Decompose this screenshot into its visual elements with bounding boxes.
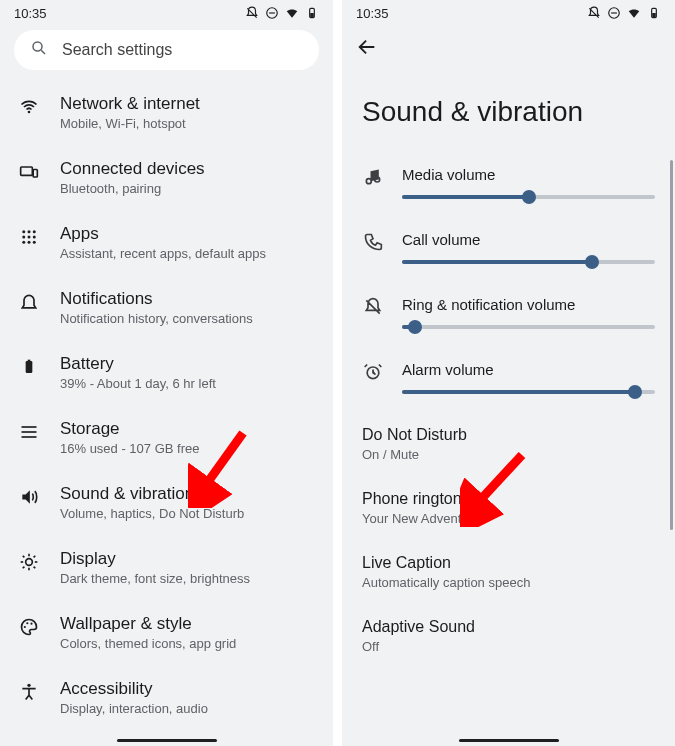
row-title: Wallpaper & style [60,614,236,634]
wifi-icon [627,6,641,20]
row-title: Battery [60,354,216,374]
status-bar: 10:35 [0,0,333,26]
slider-track[interactable] [402,260,655,264]
slider-thumb[interactable] [628,385,642,399]
slider-label: Media volume [402,166,655,183]
row-notifications[interactable]: NotificationsNotification history, conve… [0,275,333,340]
status-bar: 10:35 [342,0,675,26]
svg-line-31 [34,556,36,558]
row-title: Notifications [60,289,253,309]
svg-point-15 [22,241,25,244]
row-title: Live Caption [362,554,655,572]
svg-rect-19 [28,360,31,361]
row-title: Apps [60,224,266,244]
svg-point-33 [26,622,28,624]
svg-point-13 [28,236,31,239]
slider-track[interactable] [402,390,655,394]
row-adaptive-sound[interactable]: Adaptive SoundOff [342,608,675,672]
music-note-icon [362,167,384,187]
row-network[interactable]: Network & internetMobile, Wi-Fi, hotspot [0,80,333,145]
sound-icon [18,486,40,508]
row-sub: 39% - About 1 day, 6 hr left [60,376,216,391]
row-title: Sound & vibration [60,484,244,504]
dnd-off-icon [587,6,601,20]
scrollbar[interactable] [670,160,673,530]
svg-point-32 [24,626,26,628]
row-dnd[interactable]: Do Not DisturbOn / Mute [342,416,675,480]
row-storage[interactable]: Storage16% used - 107 GB free [0,405,333,470]
row-ringtone[interactable]: Phone ringtoneYour New Adventure [342,480,675,544]
row-title: Storage [60,419,199,439]
svg-line-30 [23,567,25,569]
svg-rect-18 [26,361,33,373]
wifi-icon [285,6,299,20]
row-sub: On / Mute [362,447,655,462]
row-title: Connected devices [60,159,205,179]
slider-thumb[interactable] [585,255,599,269]
search-label: Search settings [62,41,172,59]
search-settings[interactable]: Search settings [14,30,319,70]
row-title: Adaptive Sound [362,618,655,636]
svg-point-16 [28,241,31,244]
row-wallpaper[interactable]: Wallpaper & styleColors, themed icons, a… [0,600,333,665]
row-live-caption[interactable]: Live CaptionAutomatically caption speech [342,544,675,608]
row-title: Display [60,549,250,569]
svg-line-29 [34,567,36,569]
call-volume-slider[interactable]: Call volume [342,221,675,286]
row-sub: Notification history, conversations [60,311,253,326]
arrow-back-icon [356,36,378,58]
slider-label: Ring & notification volume [402,296,655,313]
page-title: Sound & vibration [342,62,675,156]
row-connected[interactable]: Connected devicesBluetooth, pairing [0,145,333,210]
svg-rect-40 [652,13,656,17]
screenshot-divider [333,0,342,746]
svg-point-23 [26,559,33,566]
nav-bar-hint[interactable] [117,739,217,742]
svg-point-17 [33,241,36,244]
svg-point-9 [22,230,25,233]
slider-label: Alarm volume [402,361,655,378]
row-sub: Display, interaction, audio [60,701,208,716]
svg-rect-7 [21,167,33,175]
row-sub: Assistant, recent apps, default apps [60,246,266,261]
row-sub: Colors, themed icons, app grid [60,636,236,651]
svg-point-4 [33,42,42,51]
slider-thumb[interactable] [408,320,422,334]
slider-label: Call volume [402,231,655,248]
row-apps[interactable]: AppsAssistant, recent apps, default apps [0,210,333,275]
storage-icon [18,421,40,443]
slider-track[interactable] [402,325,655,329]
row-display[interactable]: DisplayDark theme, font size, brightness [0,535,333,600]
row-battery[interactable]: Battery39% - About 1 day, 6 hr left [0,340,333,405]
battery-icon [647,6,661,20]
alarm-volume-slider[interactable]: Alarm volume [342,351,675,416]
svg-line-28 [23,556,25,558]
row-accessibility[interactable]: AccessibilityDisplay, interaction, audio [0,665,333,730]
wifi-icon [18,96,40,118]
dnd-off-icon [245,6,259,20]
accessibility-icon [18,681,40,703]
row-sub: Automatically caption speech [362,575,655,590]
row-sound[interactable]: Sound & vibrationVolume, haptics, Do Not… [0,470,333,535]
row-title: Do Not Disturb [362,426,655,444]
dnd-icon [607,6,621,20]
nav-bar-hint[interactable] [459,739,559,742]
ring-volume-slider[interactable]: Ring & notification volume [342,286,675,351]
row-sub: Off [362,639,655,654]
status-icons [587,6,661,20]
row-sub: Mobile, Wi-Fi, hotspot [60,116,200,131]
bell-icon [18,291,40,313]
back-button[interactable] [342,26,675,62]
media-volume-slider[interactable]: Media volume [342,156,675,221]
svg-line-5 [41,50,45,54]
bell-off-icon [362,297,384,317]
battery-icon [305,6,319,20]
row-sub: 16% used - 107 GB free [60,441,199,456]
slider-thumb[interactable] [522,190,536,204]
svg-point-12 [22,236,25,239]
row-title: Network & internet [60,94,200,114]
alarm-icon [362,362,384,382]
svg-point-6 [28,111,31,114]
slider-track[interactable] [402,195,655,199]
status-icons [245,6,319,20]
